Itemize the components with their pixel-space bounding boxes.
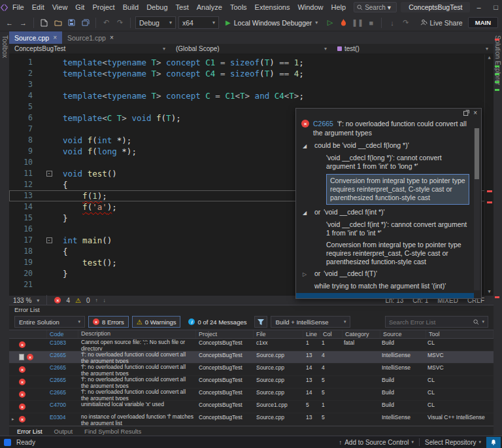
menu-help[interactable]: Help [327, 1, 350, 13]
zoom-dropdown-icon[interactable]: ▾ [37, 298, 39, 303]
step-into-icon[interactable]: ↓ [386, 17, 397, 29]
chevron-collapsed-icon[interactable]: ▷ [303, 270, 309, 279]
error-row[interactable]: ×C2665'f': no overloaded function could … [9, 376, 494, 388]
scroll-down-icon[interactable]: ▼ [485, 289, 494, 294]
navigate-back-icon[interactable]: ← [4, 17, 15, 29]
code-line[interactable]: 3 [9, 79, 494, 90]
feedback-icon[interactable] [4, 439, 11, 446]
save-icon[interactable] [66, 17, 77, 29]
code-line[interactable]: 1template<typename T> concept C1 = sizeo… [9, 57, 494, 68]
error-row[interactable]: ▸×E0304no instance of overloaded functio… [9, 413, 494, 426]
warning-count[interactable]: 0 [86, 297, 90, 304]
menu-extensions[interactable]: Extensions [251, 1, 294, 13]
code-line[interactable]: 4template<typename T> concept C = C1<T> … [9, 90, 494, 101]
start-without-debugging-icon[interactable]: ▷ [324, 17, 335, 29]
expand-icon[interactable]: ▸ [12, 417, 16, 422]
scroll-up-icon[interactable]: ▲ [485, 55, 494, 60]
fold-collapse-icon[interactable]: - [46, 171, 52, 177]
toolbox-side-tab[interactable]: Toolbox [0, 31, 9, 436]
notifications-button[interactable] [486, 437, 501, 448]
break-all-icon[interactable]: ❚❚ [352, 17, 363, 29]
branch-button[interactable]: MAIN [468, 17, 498, 28]
zoom-level[interactable]: 133 % [13, 297, 31, 304]
header-cell-file[interactable]: File [254, 330, 303, 338]
code-line[interactable]: 2template<typename T> concept C4 = sizeo… [9, 68, 494, 79]
header-cell-category[interactable]: Category [343, 330, 380, 338]
redo-icon[interactable]: ↷ [114, 17, 126, 29]
new-file-icon[interactable] [39, 17, 50, 29]
breadcrumb-member[interactable]: test() ▾ [332, 44, 494, 54]
select-repository-button[interactable]: Select Repository ▾ [425, 439, 481, 446]
start-debugging-button[interactable]: ▶ Local Windows Debugger ▾ [222, 16, 322, 29]
undo-icon[interactable]: ↶ [101, 17, 112, 29]
editor-scrollbar[interactable]: ▲ ▼ [484, 54, 494, 295]
header-cell-source[interactable]: Source [380, 330, 426, 338]
live-share-button[interactable]: Live Share [420, 19, 463, 27]
solution-explorer-side-tab[interactable]: Solution Explorer [494, 31, 502, 436]
warning-count-icon[interactable]: ⚠ [75, 297, 81, 304]
error-row[interactable]: ×C2665'f': no overloaded function could … [9, 351, 494, 364]
popout-icon[interactable] [463, 110, 469, 118]
close-icon[interactable]: × [53, 34, 57, 41]
error-count-icon[interactable]: × [54, 297, 61, 303]
menu-tools[interactable]: Tools [226, 1, 251, 13]
hot-reload-icon[interactable] [338, 17, 349, 29]
tooltip-branch-row[interactable]: ◢could be 'void __cdecl f(long *)' [301, 141, 469, 150]
error-row[interactable]: ×C1083Cannot open source file: ';': No s… [9, 339, 494, 351]
messages-filter-button[interactable]: i 0 of 24 Messages [184, 316, 251, 328]
menu-view[interactable]: View [48, 1, 72, 13]
menu-file[interactable]: File [8, 1, 28, 13]
menu-analyze[interactable]: Analyze [193, 1, 226, 13]
error-count[interactable]: 4 [66, 297, 70, 304]
close-icon[interactable]: × [110, 34, 114, 41]
search-dropdown-icon[interactable]: ▾ [388, 1, 391, 14]
fold-collapse-icon[interactable]: - [46, 237, 52, 243]
chevron-expanded-icon[interactable]: ◢ [303, 209, 309, 217]
filter-button[interactable] [254, 316, 267, 328]
tooltip-branch-row[interactable]: ◢or 'void __cdecl f(int *)' [301, 208, 469, 217]
minimize-button[interactable]: – [470, 0, 487, 14]
step-over-icon[interactable]: ↷ [400, 17, 411, 29]
panel-tab-error-list[interactable]: Error List [12, 428, 48, 435]
prev-issue-icon[interactable]: ↑ [95, 298, 97, 303]
open-folder-icon[interactable] [52, 17, 63, 29]
maximize-button[interactable]: □ [487, 0, 502, 14]
menu-build[interactable]: Build [119, 1, 142, 13]
menu-debug[interactable]: Debug [142, 1, 171, 13]
error-code-link[interactable]: C2665 [313, 120, 333, 128]
header-cell-icon[interactable] [9, 330, 47, 338]
add-to-source-control-button[interactable]: ↑ Add to Source Control ▾ [339, 439, 414, 446]
chevron-down-icon[interactable]: ▾ [482, 319, 484, 324]
breadcrumb-scope[interactable]: (Global Scope) ▾ [171, 44, 332, 54]
menu-test[interactable]: Test [172, 1, 193, 13]
error-row[interactable]: ×C2665'f': no overloaded function could … [9, 364, 494, 376]
platform-dropdown[interactable]: x64▾ [178, 16, 219, 29]
header-cell-col[interactable]: Col [320, 330, 343, 338]
header-cell-tool[interactable]: Tool [426, 330, 494, 338]
document-tab[interactable]: Source1.cpp× [62, 31, 119, 44]
scope-filter-dropdown[interactable]: Entire Solution▾ [14, 316, 85, 328]
next-issue-icon[interactable]: ↓ [103, 298, 105, 303]
title-search-box[interactable]: Search ▾ [354, 2, 397, 12]
scrollbar-thumb[interactable] [475, 128, 479, 179]
panel-tab-output[interactable]: Output [49, 428, 78, 435]
errors-filter-button[interactable]: × 8 Errors [88, 316, 129, 328]
configuration-dropdown[interactable]: Debug▾ [135, 16, 176, 29]
menu-project[interactable]: Project [88, 1, 118, 13]
save-all-icon[interactable] [80, 17, 91, 29]
navigate-forward-icon[interactable]: → [18, 17, 29, 29]
chevron-expanded-icon[interactable]: ◢ [303, 142, 309, 150]
error-row[interactable]: ×C4700uninitialized local variable 'x' u… [9, 401, 494, 413]
breadcrumb-project[interactable]: ConceptsBugTest ▾ [9, 44, 171, 54]
stop-icon[interactable]: ■ [365, 17, 376, 29]
tooltip-scrollbar[interactable] [474, 128, 480, 290]
error-row[interactable]: ×C2665'f': no overloaded function could … [9, 388, 494, 401]
menu-git[interactable]: Git [71, 1, 88, 13]
menu-window[interactable]: Window [293, 1, 327, 13]
header-cell-code[interactable]: Code [47, 330, 78, 338]
warnings-filter-button[interactable]: ⚠ 0 Warnings [132, 316, 181, 328]
header-cell-line[interactable]: Line [303, 330, 320, 338]
document-tab[interactable]: Source.cpp× [9, 31, 62, 44]
error-search-input[interactable] [389, 319, 471, 326]
header-cell-description[interactable]: Description [78, 330, 196, 338]
